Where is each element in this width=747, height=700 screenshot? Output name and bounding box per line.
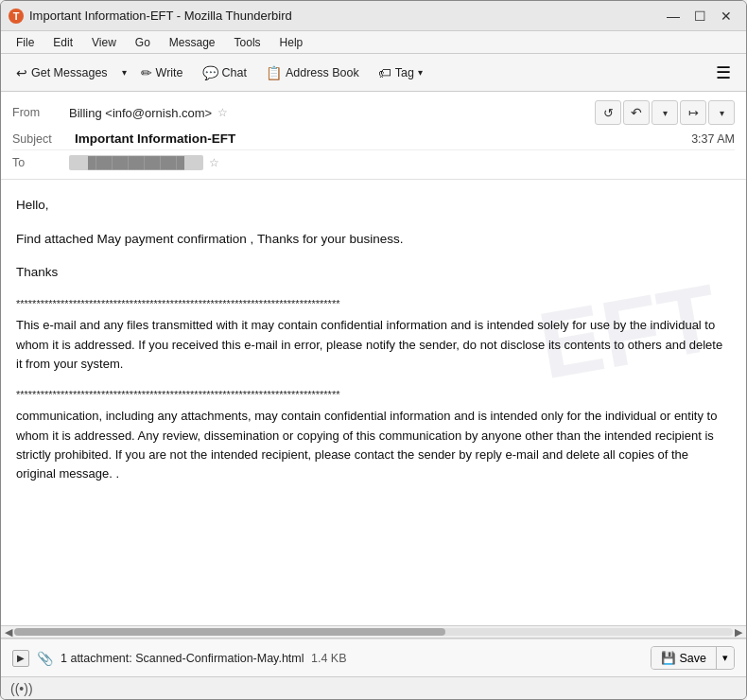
scroll-left-arrow[interactable]: ◀ <box>3 626 14 639</box>
menu-message[interactable]: Message <box>162 34 223 51</box>
forward-dropdown-button[interactable]: ▾ <box>708 100 735 125</box>
thanks-text: Thanks <box>16 262 731 283</box>
get-messages-icon: ↩ <box>16 65 27 80</box>
to-row: To ████████████ ☆ <box>12 152 735 173</box>
menu-view[interactable]: View <box>84 34 124 51</box>
from-value: Billing <info@ornish.com> <box>69 106 212 120</box>
horizontal-scrollbar[interactable]: ◀ ▶ <box>1 625 746 639</box>
menu-tools[interactable]: Tools <box>227 34 269 51</box>
thunderbird-icon: T <box>9 9 24 24</box>
subject-value: Important Information-EFT <box>75 131 235 146</box>
close-button[interactable]: ✕ <box>714 6 738 26</box>
reply-toolbar: ↺ ↶ ▾ ↦ ▾ <box>595 100 735 125</box>
menu-file[interactable]: File <box>9 34 42 51</box>
title-bar-left: T Important Information-EFT - Mozilla Th… <box>9 9 292 24</box>
subject-row: Subject Important Information-EFT 3:37 A… <box>12 128 735 150</box>
attachment-expand-button[interactable]: ▶ <box>12 650 29 667</box>
email-body: EFT Hello, Find attached May payment con… <box>1 180 746 625</box>
to-star-icon[interactable]: ☆ <box>209 156 219 169</box>
get-messages-button[interactable]: ↩ Get Messages <box>9 61 115 84</box>
main-window: T Important Information-EFT - Mozilla Th… <box>0 0 747 700</box>
tag-button[interactable]: 🏷 Tag ▾ <box>371 61 430 84</box>
body-line1: Find attached May payment confirmation ,… <box>16 229 731 250</box>
address-book-icon: 📋 <box>266 65 282 80</box>
save-disk-icon: 💾 <box>661 651 676 665</box>
attachment-filename: 1 attachment: Scanned-Confirmation-May.h… <box>61 652 304 665</box>
get-messages-dropdown[interactable]: ▾ <box>119 63 130 81</box>
disclaimer-text-1: This e-mail and any files transmitted wi… <box>16 316 731 373</box>
email-header: From Billing <info@ornish.com> ☆ ↺ ↶ ▾ ↦… <box>1 92 746 180</box>
menu-help[interactable]: Help <box>272 34 311 51</box>
hamburger-menu-button[interactable]: ☰ <box>708 59 738 87</box>
get-messages-label: Get Messages <box>31 66 108 79</box>
stars-line-1: ****************************************… <box>16 296 731 313</box>
tag-label: Tag <box>395 66 414 79</box>
write-icon: ✏ <box>141 65 152 80</box>
maximize-button[interactable]: ☐ <box>687 6 712 26</box>
disclaimer-text-2: communication, including any attachments… <box>16 407 731 483</box>
attachment-size: 1.4 KB <box>311 652 347 665</box>
save-button[interactable]: 💾 Save <box>651 647 718 669</box>
menu-edit[interactable]: Edit <box>45 34 80 51</box>
reply-dropdown-button[interactable]: ▾ <box>651 100 678 125</box>
from-row: From Billing <info@ornish.com> ☆ ↺ ↶ ▾ ↦… <box>12 97 735 128</box>
reply-back-button[interactable]: ↺ <box>595 100 621 125</box>
title-bar: T Important Information-EFT - Mozilla Th… <box>1 1 746 31</box>
toolbar: ↩ Get Messages ▾ ✏ Write 💬 Chat 📋 Addres… <box>1 54 746 92</box>
wifi-icon: ((•)) <box>10 681 33 696</box>
email-timestamp: 3:37 AM <box>691 132 735 146</box>
minimize-button[interactable]: — <box>661 6 686 26</box>
window-title: Important Information-EFT - Mozilla Thun… <box>29 9 292 23</box>
write-label: Write <box>156 66 183 79</box>
attachment-bar: ▶ 📎 1 attachment: Scanned-Confirmation-M… <box>1 639 746 676</box>
from-star-icon[interactable]: ☆ <box>217 106 228 119</box>
chat-button[interactable]: 💬 Chat <box>195 61 254 84</box>
scroll-thumb[interactable] <box>14 628 445 636</box>
reply-all-button[interactable]: ↶ <box>623 100 650 125</box>
scroll-right-arrow[interactable]: ▶ <box>733 626 744 639</box>
save-label: Save <box>680 652 707 665</box>
from-label: From <box>12 106 69 119</box>
save-button-group: 💾 Save ▾ <box>651 646 736 670</box>
email-content: From Billing <info@ornish.com> ☆ ↺ ↶ ▾ ↦… <box>1 92 746 699</box>
subject-label: Subject <box>12 132 69 146</box>
attachment-text: 1 attachment: Scanned-Confirmation-May.h… <box>61 652 347 665</box>
window-controls: — ☐ ✕ <box>661 6 738 26</box>
tag-icon: 🏷 <box>378 65 391 80</box>
to-label: To <box>12 156 69 169</box>
to-value: ████████████ <box>69 155 203 170</box>
chat-icon: 💬 <box>202 65 218 80</box>
write-button[interactable]: ✏ Write <box>133 61 191 84</box>
chevron-down-icon: ▾ <box>122 67 127 78</box>
paperclip-icon: 📎 <box>37 651 53 666</box>
greeting-text: Hello, <box>16 195 731 216</box>
email-body-text: Hello, Find attached May payment confirm… <box>16 195 731 483</box>
address-book-label: Address Book <box>286 66 359 79</box>
status-bar: ((•)) <box>1 676 746 699</box>
tag-dropdown-arrow: ▾ <box>418 67 423 78</box>
chat-label: Chat <box>222 66 247 79</box>
forward-button[interactable]: ↦ <box>680 100 706 125</box>
stars-line-2: ****************************************… <box>16 387 731 404</box>
save-dropdown-button[interactable]: ▾ <box>717 648 734 668</box>
address-book-button[interactable]: 📋 Address Book <box>258 61 367 84</box>
scroll-track[interactable] <box>14 628 733 636</box>
menu-bar: File Edit View Go Message Tools Help <box>1 31 746 54</box>
menu-go[interactable]: Go <box>128 34 158 51</box>
